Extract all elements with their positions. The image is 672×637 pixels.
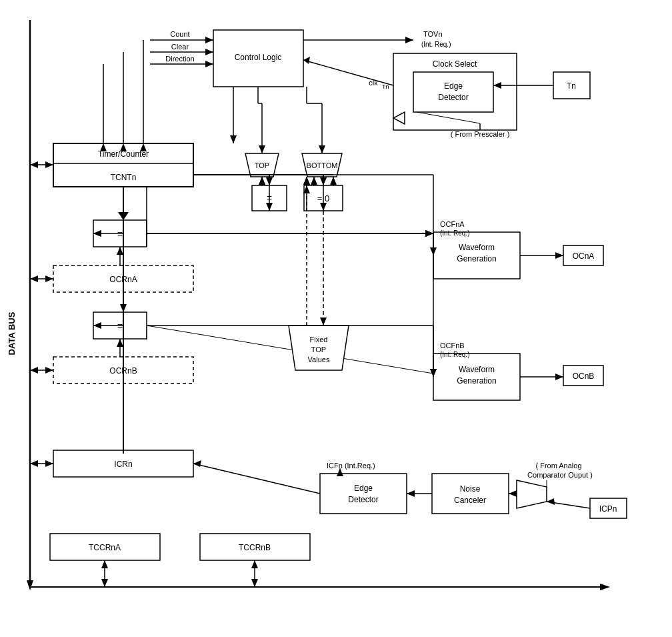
ocfna-int-label: (Int. Req.): [440, 229, 469, 237]
svg-rect-116: [432, 474, 509, 514]
ocfna-label: OCFnA: [440, 220, 465, 228]
control-logic-label: Control Logic: [235, 53, 282, 62]
noise-canceler-label: Noise: [460, 484, 481, 494]
ocfnb-int-label: (Int. Req.): [440, 351, 469, 358]
waveform-b-label2: Generation: [457, 376, 496, 386]
tccrna-label: TCCRnA: [89, 543, 121, 552]
ocna-label: OCnA: [573, 251, 595, 261]
edge-detector-bottom-label2: Detector: [348, 495, 378, 504]
eq1-label: =: [117, 229, 123, 239]
fixed-top-label1: Fixed: [310, 336, 328, 344]
ocfnb-label: OCFnB: [440, 342, 465, 350]
ocnb-label: OCnB: [573, 372, 595, 381]
svg-rect-76: [413, 72, 493, 112]
waveform-a-label2: Generation: [457, 254, 496, 263]
eq2-label: =: [117, 321, 123, 332]
clear-label: Clear: [171, 43, 189, 51]
count-label: Count: [170, 30, 189, 38]
edge-detector-top-label2: Detector: [438, 93, 468, 102]
from-prescaler-label: ( From Prescaler ): [451, 130, 510, 138]
tovn-int-label: (Int. Req.): [421, 41, 451, 48]
from-analog-label: ( From Analog: [535, 462, 581, 470]
edge-detector-top-label: Edge: [444, 81, 463, 91]
waveform-b-label: Waveform: [459, 365, 495, 374]
fixed-top-label2: TOP: [311, 346, 326, 354]
icpn-label: ICPn: [599, 504, 617, 514]
tn-label: Tn: [567, 81, 576, 91]
top-label: TOP: [255, 161, 269, 169]
tcntn-label: TCNTn: [111, 173, 137, 182]
edge-detector-bottom-label: Edge: [354, 484, 373, 493]
from-analog-label2: Comparator Ouput ): [527, 471, 593, 479]
tccrnb-label: TCCRnB: [239, 543, 271, 552]
tovn-label: TOVn: [423, 30, 443, 38]
icrn-label: ICRn: [114, 460, 132, 469]
clock-select-label: Clock Select: [433, 59, 477, 69]
fixed-top-label3: Values: [308, 356, 330, 364]
noise-canceler-label2: Canceler: [454, 496, 486, 505]
data-bus-label: DATA BUS: [7, 311, 17, 355]
waveform-a-label: Waveform: [459, 243, 495, 252]
svg-rect-111: [320, 474, 407, 514]
icfn-label: ICFn (Int.Req.): [327, 462, 375, 470]
diagram-container: DATA BUS Control Logic Count Clear Direc…: [0, 0, 672, 637]
bottom-label: BOTTOM: [307, 161, 338, 169]
direction-label: Direction: [165, 55, 194, 63]
